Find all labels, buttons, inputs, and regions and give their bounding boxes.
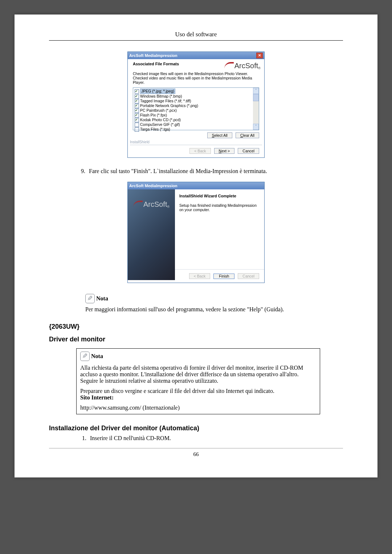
file-format-item[interactable]: Flash Pix (*.fpx) [135, 113, 252, 118]
model-heading: {2063UW} [49, 323, 343, 331]
driver-heading: Driver del monitor [49, 336, 343, 343]
note-text: Per maggiori informazioni sull'uso del p… [85, 306, 343, 313]
file-format-item[interactable]: Kodak Photo CD (*.pcd) [135, 118, 252, 122]
checkbox[interactable] [135, 99, 139, 103]
auto-install-heading: Installazione del Driver del monitor (Au… [49, 424, 343, 432]
note-icon [80, 352, 90, 361]
file-format-item[interactable]: JPEG (*.jpg; *.jpeg) [135, 89, 252, 94]
dialog-titlebar: ArcSoft MediaImpression [128, 182, 264, 189]
site-link[interactable]: http://www.samsung.com/ (Internazionale) [80, 405, 316, 411]
back-button: < Back [189, 148, 211, 154]
header-rule [49, 40, 343, 41]
associated-file-formats-heading: Associated File Formats [133, 62, 179, 70]
file-format-item[interactable]: Targa Files (*.tga) [135, 127, 252, 132]
scroll-up-icon[interactable]: ˄ [253, 88, 259, 94]
checkbox[interactable] [135, 108, 139, 113]
file-format-item[interactable]: PC Paintbrush (*.pcx) [135, 108, 252, 113]
note-icon [85, 294, 95, 303]
close-icon[interactable]: ✕ [256, 53, 263, 58]
step-9: 9. Fare clic sul tasto "Finish". L`insta… [89, 168, 343, 175]
file-format-label: JPEG (*.jpg; *.jpeg) [140, 89, 175, 94]
note-box: Nota Alla richiesta da parte del sistema… [76, 348, 320, 414]
wizard-left-panel: ArcSoft® [128, 189, 175, 280]
next-button[interactable]: Next > [214, 148, 235, 154]
arcsoft-logo: ArcSoft® [133, 200, 170, 209]
dialog-title: ArcSoft MediaImpression [129, 53, 177, 58]
arcsoft-logo: ArcSoft® [224, 62, 261, 70]
file-format-item[interactable]: CompuServe GIF (*.gif) [135, 122, 252, 127]
file-format-label: Tagged Image Files (*.tif; *.tiff) [140, 99, 191, 103]
clear-all-button[interactable]: Clear All [236, 132, 259, 138]
page-number: 66 [49, 451, 343, 457]
install-step-1: 1. Inserire il CD nell'unità CD-ROM. [90, 435, 343, 442]
file-format-label: Portable Network Graphics (*.png) [140, 103, 198, 108]
file-formats-dialog: ArcSoft MediaImpression ✕ Associated Fil… [127, 52, 265, 158]
checkbox[interactable] [135, 113, 139, 118]
checkbox[interactable] [135, 118, 139, 122]
note-box-paragraph-2: Preparare un disco vergine e scaricare i… [80, 388, 316, 401]
note-box-paragraph-1: Alla richiesta da parte del sistema oper… [80, 365, 316, 384]
file-format-item[interactable]: Tagged Image Files (*.tif; *.tiff) [135, 99, 252, 103]
page-header: Uso del software [49, 31, 343, 38]
wizard-complete-text: Setup has finished installing MediaImpre… [179, 203, 260, 212]
file-format-label: CompuServe GIF (*.gif) [140, 122, 180, 127]
installshield-label: InstallShield [130, 140, 150, 144]
footer-rule [49, 448, 343, 448]
file-format-listbox[interactable]: JPEG (*.jpg; *.jpeg)Windows Bitmap (*.bm… [133, 87, 259, 130]
checkbox[interactable] [135, 89, 139, 94]
file-format-label: Kodak Photo CD (*.pcd) [140, 118, 181, 122]
back-button: < Back [189, 273, 210, 279]
file-format-label: Windows Bitmap (*.bmp) [140, 94, 182, 99]
select-all-button[interactable]: Select All [207, 132, 232, 138]
file-format-label: PC Paintbrush (*.pcx) [140, 108, 177, 113]
file-format-label: Targa Files (*.tga) [140, 127, 170, 132]
scrollbar[interactable]: ˄ ˅ [253, 88, 259, 130]
checkbox[interactable] [135, 94, 139, 99]
cancel-button[interactable]: Cancel [238, 148, 259, 154]
file-format-item[interactable]: Portable Network Graphics (*.png) [135, 103, 252, 108]
finish-button[interactable]: Finish [213, 274, 234, 279]
checkbox[interactable] [135, 127, 139, 132]
checkbox[interactable] [135, 104, 139, 108]
finish-dialog: ArcSoft MediaImpression ArcSoft® Install… [127, 182, 265, 283]
note-label: Nota [96, 295, 108, 301]
cancel-button: Cancel [238, 273, 259, 279]
sito-internet-label: Sito Internet: [80, 394, 114, 401]
dialog-instruction: Checked image files will open in the Med… [128, 71, 264, 86]
file-format-label: Flash Pix (*.fpx) [140, 113, 167, 118]
scroll-thumb[interactable] [253, 94, 259, 101]
file-format-item[interactable]: Windows Bitmap (*.bmp) [135, 94, 252, 99]
scroll-down-icon[interactable]: ˅ [253, 124, 259, 130]
dialog-titlebar: ArcSoft MediaImpression ✕ [128, 52, 264, 59]
note-label: Nota [91, 353, 103, 359]
checkbox[interactable] [135, 123, 139, 127]
wizard-complete-title: InstallShield Wizard Complete [179, 194, 260, 198]
dialog-title: ArcSoft MediaImpression [129, 184, 177, 188]
